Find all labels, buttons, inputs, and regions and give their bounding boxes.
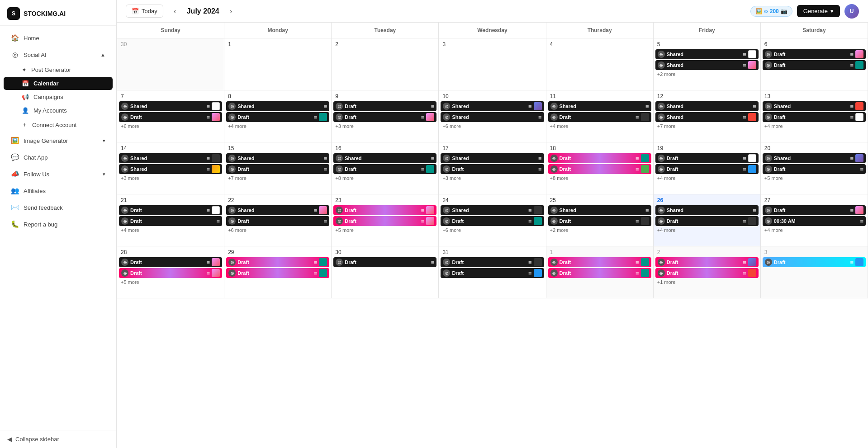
event-pill[interactable]: ◎ Shared ≡ [655, 49, 759, 59]
event-menu-icon[interactable]: ≡ [207, 103, 210, 110]
sidebar-item-post-generator[interactable]: ✦ Post Generator [4, 63, 113, 76]
today-button[interactable]: 📅 Today [126, 5, 163, 18]
event-pill[interactable]: ◎ Shared ≡ [441, 112, 544, 122]
event-pill[interactable]: ◎ Draft ≡ [119, 268, 222, 278]
event-pill[interactable]: ◎ Draft ≡ [548, 164, 651, 174]
sidebar-item-follow-us[interactable]: 📣 Follow Us ▾ [4, 166, 113, 182]
event-pill[interactable]: ◎ Shared ≡ [763, 101, 866, 111]
event-menu-icon[interactable]: ≡ [636, 155, 639, 162]
event-pill[interactable]: ◎ Shared ≡ [441, 153, 544, 163]
event-pill[interactable]: ◎ Draft ≡ [441, 257, 544, 267]
event-menu-icon[interactable]: ≡ [645, 103, 649, 110]
event-pill[interactable]: ◎ Draft ≡ [333, 164, 436, 174]
event-pill[interactable]: ◎ Shared ≡ [763, 153, 866, 163]
more-events-link[interactable]: +7 more [226, 175, 329, 181]
event-menu-icon[interactable]: ≡ [850, 259, 854, 266]
event-menu-icon[interactable]: ≡ [324, 218, 327, 225]
event-pill[interactable]: ◎ Shared ≡ [441, 205, 544, 215]
event-menu-icon[interactable]: ≡ [753, 207, 756, 214]
event-pill[interactable]: ◎ Draft ≡ [226, 257, 329, 267]
event-menu-icon[interactable]: ≡ [421, 207, 425, 214]
event-menu-icon[interactable]: ≡ [743, 270, 746, 277]
event-pill[interactable]: ◎ Shared ≡ [548, 101, 651, 111]
event-menu-icon[interactable]: ≡ [314, 114, 318, 121]
event-menu-icon[interactable]: ≡ [538, 155, 542, 162]
more-events-link[interactable]: +5 more [763, 175, 866, 181]
event-pill[interactable]: ◎ Draft ≡ [333, 101, 436, 111]
more-events-link[interactable]: +4 more [226, 123, 329, 129]
event-pill[interactable]: ◎ Shared ≡ [441, 101, 544, 111]
event-pill[interactable]: ◎ Draft ≡ [226, 164, 329, 174]
event-menu-icon[interactable]: ≡ [850, 62, 854, 69]
event-pill[interactable]: ◎ Draft ≡ [441, 268, 544, 278]
event-menu-icon[interactable]: ≡ [324, 103, 327, 110]
prev-month-button[interactable]: ‹ [169, 5, 181, 18]
event-menu-icon[interactable]: ≡ [324, 155, 327, 162]
event-menu-icon[interactable]: ≡ [850, 103, 854, 110]
event-pill[interactable]: ◎ Shared ≡ [333, 153, 436, 163]
event-menu-icon[interactable]: ≡ [743, 62, 746, 69]
sidebar-item-my-accounts[interactable]: 👤 My Accounts [4, 104, 113, 117]
more-events-link[interactable]: +1 more [655, 279, 759, 285]
more-events-link[interactable]: +6 more [119, 123, 222, 129]
sidebar-item-send-feedback[interactable]: ✉️ Send feedback [4, 199, 113, 216]
event-pill[interactable]: ◎ Shared ≡ [226, 153, 329, 163]
event-menu-icon[interactable]: ≡ [636, 166, 639, 173]
more-events-link[interactable]: +8 more [548, 175, 651, 181]
event-pill[interactable]: ◎ Draft ≡ [763, 205, 866, 215]
more-events-link[interactable]: +6 more [226, 227, 329, 233]
event-pill[interactable]: ◎ Shared ≡ [655, 60, 759, 70]
event-menu-icon[interactable]: ≡ [850, 114, 854, 121]
event-menu-icon[interactable]: ≡ [431, 103, 435, 110]
event-menu-icon[interactable]: ≡ [850, 207, 854, 214]
event-menu-icon[interactable]: ≡ [743, 166, 746, 173]
event-menu-icon[interactable]: ≡ [743, 155, 746, 162]
event-menu-icon[interactable]: ≡ [528, 218, 532, 225]
event-pill[interactable]: ◎ Draft ≡ [548, 257, 651, 267]
sidebar-item-image-generator[interactable]: 🖼️ Image Generator ▾ [4, 132, 113, 149]
more-events-link[interactable]: +5 more [333, 227, 436, 233]
user-avatar[interactable]: U [844, 4, 859, 19]
event-menu-icon[interactable]: ≡ [850, 51, 854, 58]
event-menu-icon[interactable]: ≡ [314, 270, 318, 277]
more-events-link[interactable]: +3 more [119, 175, 222, 181]
event-menu-icon[interactable]: ≡ [431, 155, 435, 162]
more-events-link[interactable]: +3 more [333, 123, 436, 129]
more-events-link[interactable]: +4 more [548, 123, 651, 129]
sidebar-item-report-bug[interactable]: 🐛 Report a bug [4, 216, 113, 232]
more-events-link[interactable]: +4 more [763, 123, 866, 129]
event-pill[interactable]: ◎ Draft ≡ [333, 112, 436, 122]
event-pill[interactable]: ◎ Draft ≡ [655, 216, 759, 226]
more-events-link[interactable]: +8 more [333, 175, 436, 181]
event-pill[interactable]: ◎ Shared ≡ [655, 101, 759, 111]
event-pill[interactable]: ◎ Shared ≡ [226, 101, 329, 111]
event-pill[interactable]: ◎ Draft ≡ [763, 60, 866, 70]
more-events-link[interactable]: +7 more [655, 123, 759, 129]
event-pill[interactable]: ◎ Draft ≡ [763, 164, 866, 174]
event-menu-icon[interactable]: ≡ [753, 103, 756, 110]
more-events-link[interactable]: +4 more [119, 227, 222, 233]
event-pill[interactable]: ◎ Draft ≡ [548, 268, 651, 278]
event-pill[interactable]: ◎ Draft ≡ [226, 216, 329, 226]
event-menu-icon[interactable]: ≡ [207, 270, 210, 277]
event-pill[interactable]: ◎ Draft ≡ [441, 216, 544, 226]
sidebar-item-calendar[interactable]: 📅 Calendar [4, 77, 113, 90]
event-pill[interactable]: ◎ Draft ≡ [655, 268, 759, 278]
event-menu-icon[interactable]: ≡ [743, 218, 746, 225]
event-menu-icon[interactable]: ≡ [421, 166, 425, 173]
event-pill[interactable]: ◎ Draft ≡ [333, 205, 436, 215]
event-menu-icon[interactable]: ≡ [743, 51, 746, 58]
event-menu-icon[interactable]: ≡ [207, 114, 210, 121]
sidebar-item-chat-app[interactable]: 💬 Chat App [4, 149, 113, 165]
event-menu-icon[interactable]: ≡ [421, 218, 425, 225]
event-pill[interactable]: ◎ Draft ≡ [226, 112, 329, 122]
event-menu-icon[interactable]: ≡ [207, 259, 210, 266]
event-pill[interactable]: ◎ Draft ≡ [333, 216, 436, 226]
event-pill[interactable]: ◎ Shared ≡ [119, 164, 222, 174]
event-menu-icon[interactable]: ≡ [314, 207, 318, 214]
sidebar-item-campaigns[interactable]: 📢 Campaigns [4, 90, 113, 104]
event-pill[interactable]: ◎ Draft ≡ [226, 268, 329, 278]
event-menu-icon[interactable]: ≡ [860, 166, 863, 173]
event-menu-icon[interactable]: ≡ [207, 207, 210, 214]
event-pill[interactable]: ◎ Draft ≡ [655, 153, 759, 163]
